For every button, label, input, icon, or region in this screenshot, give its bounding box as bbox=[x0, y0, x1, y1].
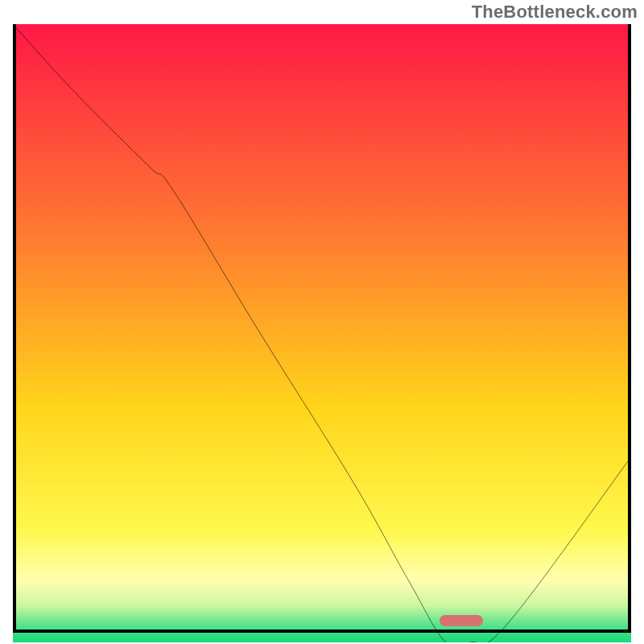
watermark-text: TheBottleneck.com bbox=[472, 2, 638, 23]
svg-rect-0 bbox=[13, 24, 631, 642]
plot-area bbox=[13, 24, 631, 633]
background-gradient bbox=[13, 24, 631, 642]
chart-stage: TheBottleneck.com bbox=[0, 0, 644, 644]
